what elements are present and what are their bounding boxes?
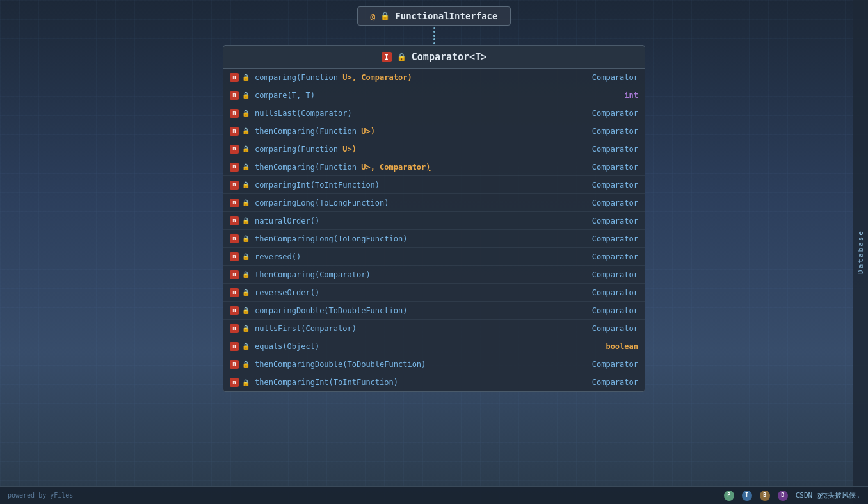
sidebar-label: Database [856, 230, 865, 274]
method-lock-icon: 🔒 [242, 74, 250, 81]
method-name: reverseOrder() [255, 288, 561, 297]
method-return: Comparator [561, 288, 638, 297]
table-row: m🔒nullsFirst(Comparator)Comparator [223, 320, 645, 337]
method-name: nullsFirst(Comparator) [255, 324, 561, 333]
dot-5 [433, 42, 435, 44]
terminal-icon: T [742, 491, 752, 501]
method-m-icon: m [230, 360, 239, 369]
method-m-icon: m [230, 109, 239, 118]
method-m-icon: m [230, 181, 239, 190]
method-return: Comparator [561, 306, 638, 315]
method-return: boolean [561, 342, 638, 351]
method-return: Comparator [561, 199, 638, 207]
method-name: thenComparingLong(ToLongFunction) [255, 234, 561, 243]
yfiles-credit: powered by yFiles [8, 492, 73, 499]
method-return: Comparator [561, 181, 638, 190]
method-return: Comparator [561, 145, 638, 154]
dot-2 [433, 31, 435, 33]
method-return: int [561, 91, 638, 100]
build-icon-item[interactable]: B [760, 491, 770, 501]
dot-3 [433, 35, 435, 37]
method-m-icon: m [230, 378, 239, 387]
panel-title: Comparator<T> [412, 51, 486, 63]
method-name: nullsLast(Comparator) [255, 109, 561, 118]
method-return: Comparator [561, 360, 638, 369]
method-name: thenComparingInt(ToIntFunction) [255, 378, 561, 387]
dot-4 [433, 38, 435, 40]
fi-lock-icon: 🔒 [380, 12, 390, 20]
table-row: m🔒thenComparing(Function U>)Comparator [223, 122, 645, 140]
table-row: m🔒comparingInt(ToIntFunction)Comparator [223, 176, 645, 194]
right-sidebar: Database [853, 0, 868, 504]
method-m-icon: m [230, 288, 239, 297]
method-name: reversed() [255, 252, 561, 261]
table-row: m🔒thenComparingInt(ToIntFunction)Compara… [223, 373, 645, 391]
method-lock-icon: 🔒 [242, 379, 250, 386]
method-m-icon: m [230, 234, 239, 243]
method-lock-icon: 🔒 [242, 217, 250, 224]
method-m-icon: m [230, 216, 239, 225]
table-row: m🔒comparingDouble(ToDoubleFunction)Compa… [223, 302, 645, 320]
method-name: thenComparing(Function U>, Comparator) [255, 163, 561, 172]
method-name: comparing(Function U>) [255, 145, 561, 154]
profile-icon: P [724, 491, 734, 501]
author-credit: CSDN @秃头披风侠. [796, 491, 860, 500]
method-lock-icon: 🔒 [242, 127, 250, 134]
method-m-icon: m [230, 270, 239, 279]
method-m-icon: m [230, 252, 239, 261]
method-m-icon: m [230, 342, 239, 351]
header-lock-icon: 🔒 [397, 53, 406, 61]
fi-title: FunctionalInterface [395, 11, 497, 21]
table-row: m🔒naturalOrder()Comparator [223, 212, 645, 230]
method-return: Comparator [561, 73, 638, 82]
annotation-icon: @ [371, 12, 376, 21]
table-row: m🔒comparingLong(ToLongFunction)Comparato… [223, 194, 645, 212]
method-lock-icon: 🔒 [242, 235, 250, 242]
method-lock-icon: 🔒 [242, 307, 250, 314]
method-lock-icon: 🔒 [242, 181, 250, 188]
method-m-icon: m [230, 127, 239, 136]
method-name: thenComparingDouble(ToDoubleFunction) [255, 360, 561, 369]
functional-interface-box: @ 🔒 FunctionalInterface [357, 6, 511, 26]
method-m-icon: m [230, 324, 239, 333]
panel-body: m🔒comparing(Function U>, Comparator)Comp… [223, 69, 645, 391]
method-lock-icon: 🔒 [242, 110, 250, 117]
deploy-icon-item[interactable]: D [778, 491, 788, 501]
table-row: m🔒comparing(Function U>)Comparator [223, 140, 645, 158]
method-return: Comparator [561, 270, 638, 279]
method-lock-icon: 🔒 [242, 253, 250, 260]
method-lock-icon: 🔒 [242, 325, 250, 332]
method-name: compare(T, T) [255, 91, 561, 100]
method-return: Comparator [561, 109, 638, 118]
method-lock-icon: 🔒 [242, 92, 250, 99]
method-m-icon: m [230, 73, 239, 82]
method-return: Comparator [561, 378, 638, 387]
method-name: thenComparing(Comparator) [255, 270, 561, 279]
method-lock-icon: 🔒 [242, 271, 250, 278]
method-name: thenComparing(Function U>) [255, 127, 561, 136]
table-row: m🔒reversed()Comparator [223, 248, 645, 266]
table-row: m🔒reverseOrder()Comparator [223, 284, 645, 302]
method-m-icon: m [230, 199, 239, 207]
method-name: equals(Object) [255, 342, 561, 351]
method-return: Comparator [561, 324, 638, 333]
diagram-container: @ 🔒 FunctionalInterface I 🔒 Comparator<T… [0, 0, 868, 504]
profile-icon-item[interactable]: P [724, 491, 734, 501]
method-m-icon: m [230, 91, 239, 100]
method-name: naturalOrder() [255, 216, 561, 225]
terminal-icon-item[interactable]: T [742, 491, 752, 501]
method-return: Comparator [561, 163, 638, 172]
method-lock-icon: 🔒 [242, 289, 250, 296]
method-name: comparing(Function U>, Comparator) [255, 73, 561, 82]
table-row: m🔒nullsLast(Comparator)Comparator [223, 104, 645, 122]
method-name: comparingLong(ToLongFunction) [255, 199, 561, 207]
method-lock-icon: 🔒 [242, 163, 250, 170]
method-m-icon: m [230, 163, 239, 172]
method-lock-icon: 🔒 [242, 343, 250, 350]
table-row: m🔒thenComparingLong(ToLongFunction)Compa… [223, 230, 645, 248]
table-row: m🔒thenComparing(Function U>, Comparator)… [223, 158, 645, 176]
method-return: Comparator [561, 127, 638, 136]
table-row: m🔒thenComparing(Comparator)Comparator [223, 266, 645, 284]
comparator-panel: I 🔒 Comparator<T> m🔒comparing(Function U… [223, 45, 645, 392]
method-lock-icon: 🔒 [242, 361, 250, 368]
